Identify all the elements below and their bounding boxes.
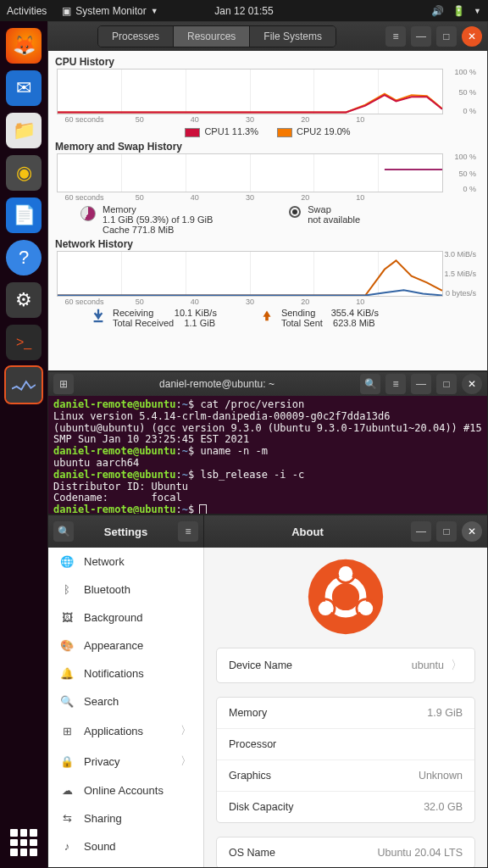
memory-usage: 1.1 GiB (59.3%) of 1.9 GiB [103, 214, 213, 225]
dock-files[interactable]: 📁 [6, 113, 42, 148]
memory-row: Memory1.9 GiB [217, 698, 474, 729]
dock-system-monitor[interactable] [6, 367, 42, 403]
system-tray[interactable]: 🔊 🔋 ▼ [431, 5, 481, 17]
minimize-button[interactable]: — [411, 521, 431, 542]
tab-group: Processes Resources File Systems [97, 25, 336, 47]
cpu-history-title: CPU History [55, 56, 480, 68]
svg-point-3 [339, 566, 353, 581]
total-received-label: Total Received [113, 318, 174, 328]
sidebar-item-network[interactable]: 🌐Network [48, 548, 203, 576]
x-axis: 60 seconds 5040302010 [57, 193, 443, 202]
settings-window: 🔍 Settings ≡ About — □ ✕ 🌐Network ᛒBluet… [47, 515, 488, 868]
cpu1-label: CPU1 11.3% [204, 126, 258, 136]
maximize-button[interactable]: □ [436, 374, 457, 394]
clock[interactable]: Jan 12 01:55 [214, 5, 273, 17]
close-button[interactable]: ✕ [462, 374, 482, 394]
memory-history-title: Memory and Swap History [55, 141, 480, 153]
sidebar-item-applications[interactable]: ⊞Applications〉 [48, 715, 203, 746]
sidebar-item-notifications[interactable]: 🔔Notifications [48, 659, 203, 687]
close-button[interactable]: ✕ [462, 521, 482, 542]
image-icon: 🖼 [60, 611, 74, 624]
memory-legend: Memory 1.1 GiB (59.3%) of 1.9 GiB Cache … [80, 204, 480, 235]
y-tick: 0 % [463, 107, 476, 115]
sidebar-item-search[interactable]: 🔍Search [48, 687, 203, 715]
hamburger-icon[interactable]: ≡ [385, 374, 406, 394]
close-button[interactable]: ✕ [462, 26, 482, 47]
tab-filesystems[interactable]: File Systems [250, 26, 336, 47]
receiving-rate: 10.1 KiB/s [175, 308, 217, 318]
chevron-right-icon: 〉 [180, 723, 191, 738]
tab-processes[interactable]: Processes [98, 26, 174, 47]
memory-cache: Cache 771.8 MiB [103, 225, 213, 235]
palette-icon: 🎨 [60, 639, 74, 652]
sending-label: Sending [281, 308, 315, 318]
dock-terminal[interactable]: >_ [6, 325, 42, 360]
dock-libreoffice[interactable]: 📄 [6, 198, 42, 233]
dock-rhythmbox[interactable]: ◉ [6, 155, 42, 191]
sending-rate: 355.4 KiB/s [331, 308, 379, 318]
settings-sidebar: 🌐Network ᛒBluetooth 🖼Background 🎨Appeara… [48, 548, 204, 867]
sidebar-item-privacy[interactable]: 🔒Privacy〉 [48, 746, 203, 776]
dock-settings[interactable]: ⚙ [6, 282, 42, 318]
cursor [200, 505, 206, 514]
svg-rect-0 [265, 315, 269, 320]
cpu2-swatch [277, 128, 292, 137]
y-tick: 50 % [458, 170, 476, 178]
terminal-body[interactable]: daniel-remote@ubuntu:~$ cat /proc/versio… [48, 396, 487, 514]
hardware-card: Memory1.9 GiB Processor GraphicsUnknown … [216, 697, 475, 823]
y-tick: 0 bytes/s [446, 289, 476, 298]
swap-icon [289, 206, 301, 218]
hamburger-icon[interactable]: ≡ [385, 26, 406, 47]
y-tick: 100 % [454, 68, 476, 76]
dock-show-apps[interactable] [10, 829, 37, 856]
y-tick: 100 % [454, 153, 476, 161]
swap-value: not available [308, 214, 360, 225]
cpu2-label: CPU2 19.0% [297, 126, 351, 136]
workspace: Processes Resources File Systems ≡ — □ ✕… [47, 21, 488, 868]
dock-help[interactable]: ? [6, 240, 42, 275]
window-header: ⊞ daniel-remote@ubuntu: ~ 🔍 ≡ — □ ✕ [48, 372, 487, 396]
os-card: OS NameUbuntu 20.04 LTS [216, 837, 475, 867]
activities-button[interactable]: Activities [7, 5, 47, 17]
chevron-right-icon: 〉 [180, 754, 191, 769]
processor-row: Processor [217, 729, 474, 760]
cloud-icon: ☁ [60, 784, 74, 797]
y-tick: 50 % [458, 88, 476, 97]
minimize-button[interactable]: — [411, 26, 431, 47]
sidebar-item-sound[interactable]: ♪Sound [48, 832, 203, 860]
settings-title: Settings [79, 526, 173, 538]
appmenu[interactable]: ▣ System Monitor ▼ [62, 5, 158, 17]
y-tick: 0 % [463, 185, 476, 193]
hamburger-icon[interactable]: ≡ [178, 521, 198, 542]
network-chart: 3.0 MiB/s 1.5 MiB/s 0 bytes/s [57, 251, 443, 297]
dock-firefox[interactable]: 🦊 [6, 28, 42, 64]
svg-point-5 [319, 602, 333, 616]
sidebar-item-background[interactable]: 🖼Background [48, 604, 203, 632]
window-header: 🔍 Settings ≡ About — □ ✕ [48, 515, 487, 548]
memory-chart: 100 % 50 % 0 % [57, 153, 443, 192]
dock-thunderbird[interactable]: ✉ [6, 70, 42, 106]
device-name-row[interactable]: Device Name ubuntu 〉 [217, 648, 474, 682]
sidebar-item-online-accounts[interactable]: ☁Online Accounts [48, 776, 203, 804]
sidebar-item-bluetooth[interactable]: ᛒBluetooth [48, 576, 203, 604]
maximize-button[interactable]: □ [436, 26, 457, 47]
search-icon[interactable]: 🔍 [360, 374, 380, 394]
music-icon: ♪ [60, 840, 74, 853]
maximize-button[interactable]: □ [436, 521, 457, 542]
network-history-title: Network History [55, 238, 480, 250]
download-arrow-icon [91, 308, 106, 323]
svg-point-7 [359, 602, 374, 616]
new-tab-button[interactable]: ⊞ [53, 374, 74, 394]
dock: 🦊 ✉ 📁 ◉ 📄 ? ⚙ >_ [0, 21, 47, 868]
swap-label: Swap [308, 204, 360, 214]
sidebar-item-sharing[interactable]: ⇆Sharing [48, 804, 203, 832]
minimize-button[interactable]: — [411, 374, 431, 394]
monitor-icon: ▣ [62, 5, 71, 17]
bell-icon: 🔔 [60, 667, 74, 680]
total-sent-label: Total Sent [281, 318, 323, 328]
search-icon[interactable]: 🔍 [53, 521, 74, 542]
appmenu-label: System Monitor [75, 5, 146, 17]
sidebar-item-appearance[interactable]: 🎨Appearance [48, 632, 203, 659]
receiving-label: Receiving [113, 308, 153, 318]
tab-resources[interactable]: Resources [174, 26, 250, 47]
